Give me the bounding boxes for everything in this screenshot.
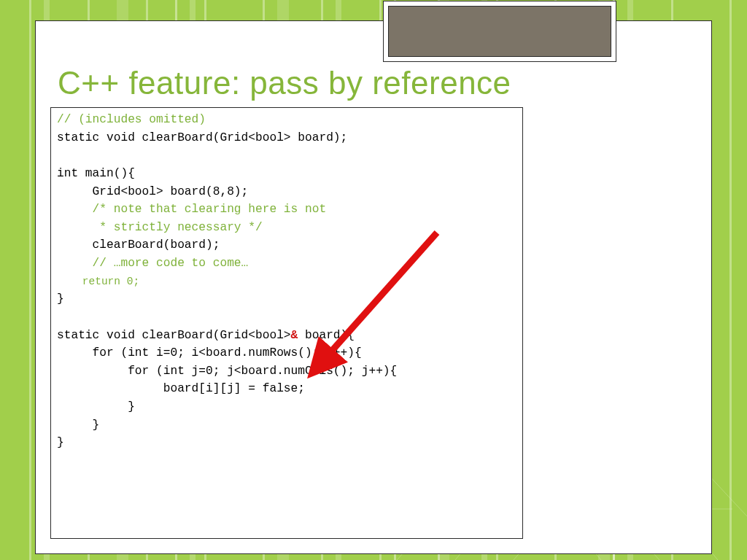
code-comment-more: // …more code to come… — [57, 257, 248, 270]
code-line: board[i][j] = false; — [57, 382, 305, 395]
decorative-tab — [383, 1, 616, 62]
ampersand-highlight: & — [291, 329, 298, 342]
code-line: for (int i=0; i<board.numRows(); i++){ — [57, 346, 362, 359]
code-line: int main(){ — [57, 167, 135, 180]
code-line: } — [57, 292, 64, 306]
code-container: // (includes omitted) static void clearB… — [50, 107, 523, 539]
code-line: Grid<bool> board(8,8); — [57, 185, 248, 198]
slide-card: C++ feature: pass by reference // (inclu… — [35, 20, 712, 554]
code-comment-note2: * strictly necessary */ — [57, 221, 263, 234]
code-line: } — [57, 419, 99, 432]
slide-stage: C++ feature: pass by reference // (inclu… — [0, 0, 747, 560]
code-comment-note1: /* note that clearing here is not — [57, 203, 326, 216]
code-comment-includes: // (includes omitted) — [57, 113, 206, 126]
code-block: // (includes omitted) static void clearB… — [57, 111, 516, 452]
code-line: } — [57, 436, 64, 449]
code-line: static void clearBoard(Grid<bool>& board… — [57, 329, 355, 342]
decorative-tab-fill — [388, 6, 611, 57]
code-line: clearBoard(board); — [57, 238, 220, 252]
slide-title: C++ feature: pass by reference — [58, 65, 511, 101]
code-line: } — [57, 400, 135, 413]
code-line-return: return 0; — [57, 276, 139, 287]
code-line: for (int j=0; j<board.numCols(); j++){ — [57, 365, 397, 378]
code-line: static void clearBoard(Grid<bool> board)… — [57, 131, 347, 144]
